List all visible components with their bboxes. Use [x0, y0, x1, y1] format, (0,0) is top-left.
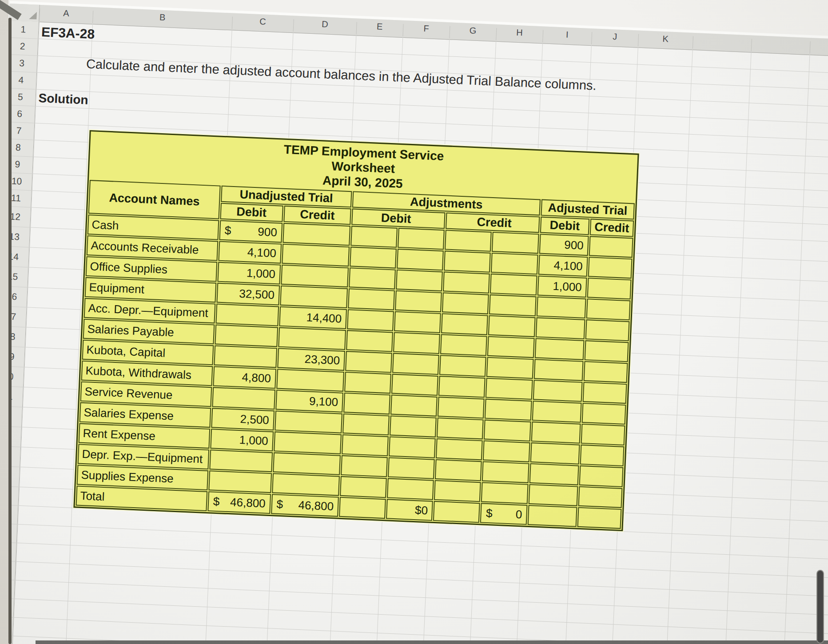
adjustment-credit-cell-2[interactable]: [482, 461, 529, 483]
solution-label[interactable]: Solution: [38, 91, 88, 107]
adjusted-debit-cell[interactable]: [529, 463, 579, 485]
total-adjustment-credit-cell-2[interactable]: $0: [480, 503, 527, 525]
total-unadjusted-credit-cell[interactable]: $46,800: [271, 494, 339, 517]
unadjusted-debit-cell[interactable]: $900: [219, 220, 283, 243]
unadjusted-debit-cell[interactable]: [214, 345, 277, 368]
header-adjustments-debit[interactable]: Debit: [351, 208, 446, 229]
unadjusted-debit-cell[interactable]: [215, 303, 279, 326]
adjustment-debit-cell-1[interactable]: [344, 372, 391, 394]
unadjusted-credit-cell[interactable]: [281, 265, 349, 287]
adjustment-credit-cell-1[interactable]: [444, 250, 491, 272]
unadjusted-credit-cell[interactable]: 14,400: [279, 306, 347, 329]
unadjusted-debit-cell[interactable]: 4,800: [213, 366, 276, 389]
column-header-E[interactable]: E: [356, 19, 403, 34]
header-adjusted-trial[interactable]: Adjusted Trial: [541, 199, 635, 220]
adjustment-credit-cell-2[interactable]: [486, 357, 533, 379]
column-header-H[interactable]: H: [496, 25, 543, 40]
column-header-D[interactable]: D: [293, 16, 357, 32]
adjustment-credit-cell-2[interactable]: [485, 399, 532, 421]
adjusted-debit-cell[interactable]: [531, 421, 581, 444]
adjustment-debit-cell-2[interactable]: [395, 290, 442, 312]
unadjusted-credit-cell[interactable]: [283, 223, 350, 246]
adjustment-credit-cell-2[interactable]: [484, 420, 531, 441]
row-header-1[interactable]: 1: [8, 20, 38, 39]
adjustment-debit-cell-1[interactable]: [349, 267, 396, 289]
unadjusted-credit-cell[interactable]: [275, 410, 342, 433]
adjustment-debit-cell-2[interactable]: [387, 478, 434, 500]
cell-a1-label[interactable]: EF3A-28: [41, 24, 95, 42]
unadjusted-credit-cell[interactable]: [272, 473, 340, 496]
adjusted-debit-cell[interactable]: [530, 442, 580, 465]
total-adjustment-debit-cell-2[interactable]: $0: [386, 499, 433, 521]
adjustment-credit-cell-2[interactable]: [490, 274, 537, 295]
adjustment-debit-cell-1[interactable]: [341, 455, 388, 477]
adjustment-debit-cell-2[interactable]: [392, 353, 439, 375]
adjusted-credit-cell[interactable]: [581, 424, 625, 445]
adjustment-credit-cell-2[interactable]: [487, 336, 534, 358]
column-header-C[interactable]: C: [232, 13, 294, 29]
adjustment-credit-cell-1[interactable]: [434, 480, 481, 502]
column-header-A[interactable]: A: [39, 5, 93, 21]
column-header-J[interactable]: J: [591, 29, 638, 44]
adjustment-debit-cell-2[interactable]: [398, 228, 445, 250]
header-adjustments-credit[interactable]: Credit: [446, 212, 540, 233]
adjusted-credit-cell[interactable]: [578, 486, 623, 508]
adjustment-debit-cell-2[interactable]: [390, 415, 437, 437]
adjusted-debit-cell[interactable]: 1,000: [537, 275, 587, 298]
adjusted-credit-cell[interactable]: [579, 465, 624, 487]
adjusted-credit-cell[interactable]: [585, 340, 629, 362]
header-unadjusted-debit[interactable]: Debit: [220, 203, 283, 222]
unadjusted-debit-cell[interactable]: 2,500: [211, 408, 275, 430]
adjustment-credit-cell-1[interactable]: [438, 397, 485, 418]
adjusted-credit-cell[interactable]: [583, 382, 627, 404]
unadjusted-credit-cell[interactable]: [278, 327, 346, 350]
header-account-names[interactable]: Account Names: [88, 180, 221, 219]
adjustment-debit-cell-1[interactable]: [350, 226, 398, 247]
unadjusted-debit-cell[interactable]: [212, 387, 275, 409]
adjusted-debit-cell[interactable]: [536, 296, 586, 318]
unadjusted-debit-cell[interactable]: 1,000: [210, 429, 274, 451]
adjustment-credit-cell-2[interactable]: [486, 378, 533, 400]
unadjusted-credit-cell[interactable]: [276, 369, 344, 391]
adjusted-debit-cell[interactable]: [533, 380, 582, 402]
adjustment-debit-cell-2[interactable]: [394, 311, 441, 333]
adjustment-debit-cell-1[interactable]: [342, 434, 389, 456]
unadjusted-credit-cell[interactable]: [273, 452, 341, 475]
adjustment-debit-cell-2[interactable]: [390, 395, 438, 417]
adjustment-credit-cell-1[interactable]: [439, 355, 486, 377]
adjusted-credit-cell[interactable]: [582, 403, 626, 425]
adjustment-credit-cell-1[interactable]: [437, 417, 484, 439]
adjusted-debit-cell[interactable]: [533, 359, 583, 381]
header-adjusted-credit[interactable]: Credit: [590, 219, 634, 237]
adjustment-credit-cell-2[interactable]: [491, 253, 538, 274]
adjustment-credit-cell-1[interactable]: [441, 313, 488, 335]
adjusted-credit-cell[interactable]: [588, 257, 633, 278]
header-unadjusted-credit[interactable]: Credit: [283, 206, 351, 225]
adjustment-debit-cell-1[interactable]: [345, 351, 392, 373]
adjustment-credit-cell-1[interactable]: [436, 438, 483, 460]
adjusted-credit-cell[interactable]: [585, 319, 630, 341]
header-adjusted-debit[interactable]: Debit: [540, 217, 589, 235]
unadjusted-debit-cell[interactable]: [209, 449, 273, 472]
total-adjusted-debit-cell[interactable]: [527, 505, 577, 527]
column-header-K[interactable]: K: [638, 31, 693, 47]
adjustment-debit-cell-2[interactable]: [397, 249, 444, 270]
adjustment-debit-cell-1[interactable]: [343, 393, 390, 414]
vertical-scrollbar-thumb[interactable]: [816, 570, 824, 644]
adjusted-credit-cell[interactable]: [584, 361, 628, 383]
adjustment-credit-cell-1[interactable]: [445, 230, 492, 251]
adjusted-debit-cell[interactable]: [535, 317, 585, 339]
adjusted-debit-cell[interactable]: 4,100: [538, 254, 588, 277]
adjusted-credit-cell[interactable]: [589, 236, 633, 258]
total-adjusted-credit-cell[interactable]: [577, 507, 622, 529]
adjustment-debit-cell-1[interactable]: [342, 413, 390, 435]
adjustment-debit-cell-2[interactable]: [393, 332, 440, 354]
adjustment-credit-cell-2[interactable]: [481, 482, 528, 504]
adjusted-credit-cell[interactable]: [586, 298, 631, 320]
column-header-F[interactable]: F: [403, 21, 450, 36]
adjustment-debit-cell-1[interactable]: [347, 309, 394, 331]
adjustment-credit-cell-1[interactable]: [443, 271, 490, 293]
total-adjustment-debit-cell-1[interactable]: [339, 497, 386, 519]
total-adjustment-credit-cell-1[interactable]: [433, 501, 480, 523]
adjustment-debit-cell-2[interactable]: [389, 436, 436, 458]
